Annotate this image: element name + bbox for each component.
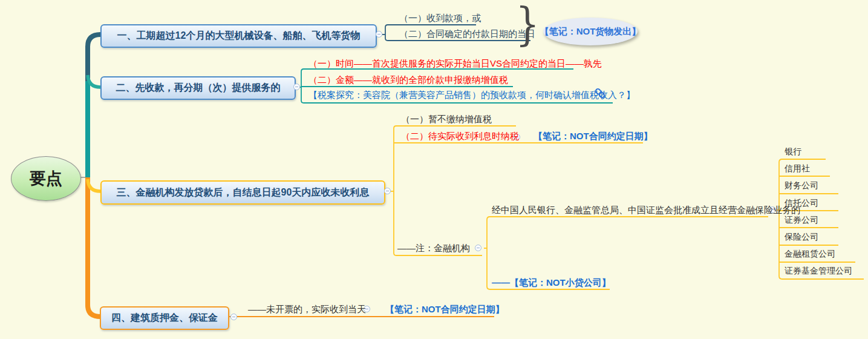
branch4-child1-note[interactable]: 【笔记：NOT合同约定日期】 bbox=[385, 304, 504, 314]
branch3-child2-note[interactable]: 【笔记：NOT合同约定日期】 bbox=[534, 131, 653, 141]
branch3-collapse-icon[interactable] bbox=[384, 188, 391, 194]
branch2-child1[interactable]: （一）时间——首次提供服务的实际开始当日VS合同约定的当日——孰先 bbox=[308, 59, 602, 68]
branch2-child2[interactable]: （二）金额——就收到的全部价款申报缴纳增值税 bbox=[308, 75, 508, 85]
branch3-curve bbox=[88, 179, 100, 191]
root-topic[interactable]: 要点 bbox=[11, 156, 81, 201]
branch1-collapse-icon[interactable] bbox=[376, 31, 382, 38]
bank-item-3[interactable]: 财务公司 bbox=[785, 180, 818, 190]
financial-orgs-topic[interactable]: 经中国人民银行、金融监管总局、中国证监会批准成立且经营金融保险业务的 bbox=[492, 205, 800, 215]
bank-item-4[interactable]: 信托公司 bbox=[785, 198, 818, 208]
branch4-topic[interactable]: 四、建筑质押金、保证金 bbox=[100, 306, 229, 330]
bank-item-6[interactable]: 保险公司 bbox=[785, 232, 818, 242]
connector-lines bbox=[0, 0, 868, 339]
branch2-curve bbox=[88, 75, 100, 87]
bank-item-5[interactable]: 证券公司 bbox=[785, 215, 818, 225]
branch3-topic[interactable]: 三、金融机构发放贷款后，自结息日起90天内应收未收利息 bbox=[100, 180, 385, 205]
branch3-child3[interactable]: ——注：金融机构 bbox=[397, 243, 470, 253]
brace-glyph: } bbox=[515, 4, 536, 45]
branch4-child1[interactable]: ——未开票的，实际收到当天 bbox=[248, 304, 366, 314]
mindmap-canvas: 要点 一、工期超过12个月的大型机械设备、船舶、飞机等货物 二、先收款，再分期（… bbox=[0, 0, 868, 339]
branch3-note-topic-collapse-icon[interactable] bbox=[475, 245, 481, 251]
branch4-collapse-icon[interactable] bbox=[230, 314, 237, 320]
branch2-collapse-icon[interactable] bbox=[293, 84, 300, 90]
branch3-child2[interactable]: （二）待实际收到利息时纳税 bbox=[401, 131, 519, 141]
bank-item-7[interactable]: 金融租赁公司 bbox=[785, 249, 835, 258]
branch2-topic[interactable]: 二、先收款，再分期（次）提供服务的 bbox=[100, 76, 296, 100]
branch3-child1[interactable]: （一）暂不缴纳增值税 bbox=[401, 114, 492, 124]
bank-item-1[interactable]: 银行 bbox=[785, 146, 801, 156]
bank-item-8[interactable]: 证券基金管理公司 bbox=[785, 266, 852, 275]
branch1-topic[interactable]: 一、工期超过12个月的大型机械设备、船舶、飞机等货物 bbox=[100, 24, 377, 48]
hyperlink-icon[interactable] bbox=[594, 87, 606, 99]
branch3-small-loan-note[interactable]: ——【笔记：NOT小贷公司】 bbox=[492, 278, 611, 288]
trunk-bottom-segment bbox=[88, 177, 100, 317]
branch1-child1[interactable]: （一）收到款项，或 bbox=[399, 13, 481, 23]
bank-item-2[interactable]: 信用社 bbox=[785, 163, 810, 173]
branch2-child3-hyperlink[interactable]: 【税案探究：美容院（兼营美容产品销售）的预收款项，何时确认增值税收入？】 bbox=[308, 90, 635, 100]
trunk-top-segment bbox=[88, 35, 100, 85]
branch1-note-bubble[interactable]: 【笔记：NOT货物发出】 bbox=[543, 18, 638, 45]
